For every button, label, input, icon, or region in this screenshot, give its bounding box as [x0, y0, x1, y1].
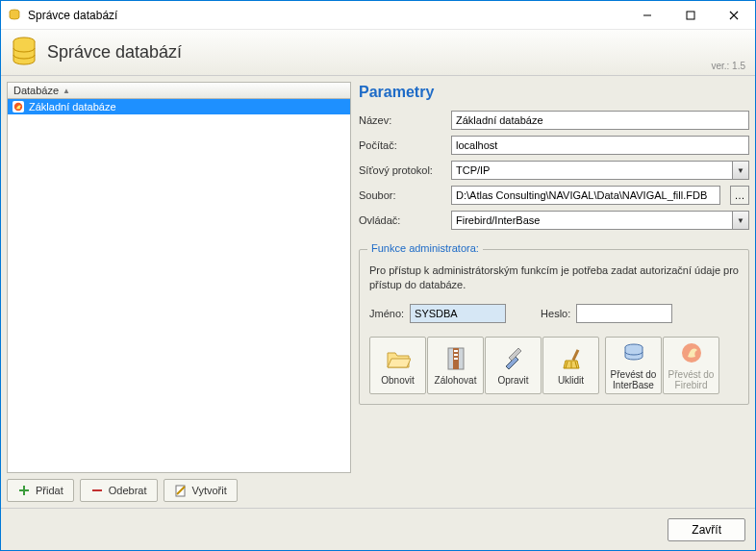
- convert-firebird-label: Převést do Firebird: [666, 369, 717, 390]
- admin-actions: Obnovit Zálohovat Opravit: [369, 337, 739, 394]
- header-banner: Správce databází ver.: 1.5: [1, 30, 755, 76]
- label-name: Název:: [359, 114, 445, 126]
- svg-rect-16: [454, 358, 458, 360]
- driver-value[interactable]: [451, 211, 732, 230]
- cleanup-button[interactable]: Uklidit: [542, 337, 599, 394]
- svg-rect-17: [571, 349, 579, 361]
- version-label: ver.: 1.5: [711, 61, 745, 71]
- parameters-title: Parametry: [359, 84, 749, 101]
- database-list-header-label: Databáze: [13, 85, 59, 96]
- database-logo-icon: [11, 36, 38, 70]
- database-list[interactable]: Základní databáze: [7, 98, 351, 473]
- backup-label: Zálohovat: [435, 375, 477, 386]
- create-icon: [174, 484, 188, 497]
- host-input[interactable]: [451, 136, 749, 155]
- titlebar: Správce databází: [1, 1, 755, 30]
- window-controls: [625, 1, 755, 29]
- svg-line-4: [730, 12, 738, 19]
- driver-select[interactable]: ▼: [451, 211, 749, 230]
- remove-button[interactable]: Odebrat: [80, 479, 158, 502]
- label-driver: Ovládač:: [359, 214, 445, 226]
- list-item[interactable]: Základní databáze: [8, 99, 350, 114]
- database-list-header[interactable]: Databáze ▲: [7, 82, 351, 98]
- left-pane: Databáze ▲ Základní databáze: [7, 82, 351, 502]
- firebird-icon: [678, 339, 705, 366]
- svg-rect-15: [454, 354, 458, 356]
- username-input[interactable]: [410, 304, 506, 323]
- browse-button[interactable]: …: [730, 186, 749, 205]
- svg-rect-2: [687, 12, 694, 19]
- repair-button[interactable]: Opravit: [485, 337, 542, 394]
- row-name: Název:: [359, 111, 749, 130]
- password-input[interactable]: [576, 304, 672, 323]
- close-window-button[interactable]: [712, 1, 755, 29]
- banner-title: Správce databází: [47, 42, 182, 63]
- svg-line-3: [730, 12, 738, 19]
- cleanup-label: Uklidit: [558, 375, 584, 386]
- app-window: Správce databází Správce databází ver.: …: [0, 0, 756, 551]
- folder-open-icon: [385, 345, 412, 372]
- create-button[interactable]: Vytvořit: [164, 479, 238, 502]
- svg-rect-10: [92, 489, 102, 491]
- chevron-down-icon[interactable]: ▼: [732, 161, 749, 180]
- name-input[interactable]: [451, 111, 749, 130]
- firebird-icon: [12, 100, 25, 113]
- sort-indicator-icon: ▲: [63, 87, 70, 95]
- remove-button-label: Odebrat: [109, 485, 147, 496]
- remove-icon: [90, 484, 104, 497]
- row-protocol: Síťový protokol: ▼: [359, 161, 749, 180]
- archive-icon: [442, 345, 469, 372]
- convert-firebird-button[interactable]: Převést do Firebird: [663, 337, 719, 394]
- window-title: Správce databází: [28, 9, 625, 22]
- chevron-down-icon[interactable]: ▼: [732, 211, 749, 230]
- tools-icon: [500, 345, 527, 372]
- footer: Zavřít: [1, 508, 755, 550]
- maximize-button[interactable]: [668, 1, 712, 29]
- admin-description: Pro přístup k administrátorským funkcím …: [369, 263, 739, 292]
- close-button-label: Zavřít: [692, 523, 721, 537]
- create-button-label: Vytvořit: [192, 485, 227, 496]
- add-button-label: Přidat: [36, 485, 63, 496]
- interbase-icon: [620, 339, 647, 366]
- row-driver: Ovládač: ▼: [359, 211, 749, 230]
- label-protocol: Síťový protokol:: [359, 164, 445, 176]
- restore-label: Obnovit: [381, 375, 414, 386]
- protocol-value[interactable]: [451, 161, 732, 180]
- row-file: Soubor: …: [359, 186, 749, 205]
- convert-interbase-label: Převést do InterBase: [608, 369, 659, 390]
- label-password: Heslo:: [541, 308, 570, 319]
- row-host: Počítač:: [359, 136, 749, 155]
- admin-group: Funkce administratora: Pro přístup k adm…: [359, 249, 749, 405]
- list-item-label: Základní databáze: [29, 101, 116, 113]
- label-username: Jméno:: [369, 308, 404, 319]
- left-button-bar: Přidat Odebrat Vytvořit: [7, 479, 351, 502]
- minimize-button[interactable]: [625, 1, 668, 29]
- convert-interbase-button[interactable]: Převést do InterBase: [605, 337, 662, 394]
- credentials-row: Jméno: Heslo:: [369, 304, 739, 323]
- add-icon: [17, 484, 31, 497]
- close-button[interactable]: Zavřít: [668, 518, 745, 541]
- broom-icon: [558, 345, 585, 372]
- protocol-select[interactable]: ▼: [451, 161, 749, 180]
- file-input[interactable]: [451, 186, 720, 205]
- app-icon: [7, 8, 22, 23]
- repair-label: Opravit: [497, 375, 528, 386]
- svg-rect-9: [19, 489, 29, 491]
- label-file: Soubor:: [359, 189, 445, 201]
- backup-button[interactable]: Zálohovat: [427, 337, 484, 394]
- admin-legend: Funkce administratora:: [367, 242, 483, 254]
- restore-button[interactable]: Obnovit: [369, 337, 426, 394]
- add-button[interactable]: Přidat: [7, 479, 74, 502]
- label-host: Počítač:: [359, 139, 445, 151]
- right-pane: Parametry Název: Počítač: Síťový protoko…: [359, 82, 749, 502]
- svg-rect-14: [454, 350, 458, 352]
- content-area: Databáze ▲ Základní databáze: [1, 76, 755, 508]
